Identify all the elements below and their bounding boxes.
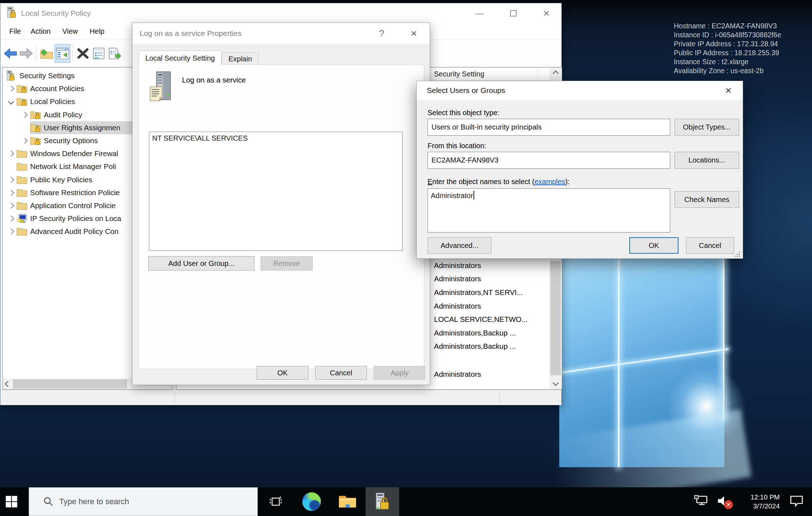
close-button[interactable]: ×	[717, 81, 740, 100]
maximize-button[interactable]	[501, 3, 526, 23]
delete-button[interactable]	[75, 44, 91, 63]
close-button[interactable]: ×	[534, 3, 559, 23]
check-names-button[interactable]: Check Names	[675, 191, 739, 208]
examples-link[interactable]: examples	[535, 178, 565, 186]
list-item[interactable]: Administrators	[428, 367, 547, 381]
members-listbox[interactable]: NT SERVICE\ALL SERVICES	[149, 132, 403, 251]
list-item[interactable]: Administrators	[428, 272, 547, 286]
back-button[interactable]	[3, 44, 18, 63]
ok-button[interactable]: OK	[629, 237, 678, 254]
label-suffix: ):	[565, 178, 570, 186]
status-divider	[174, 392, 175, 403]
list-item[interactable]: Administrators	[428, 299, 547, 313]
folder-lock-icon	[17, 84, 29, 93]
task-view-button[interactable]	[264, 487, 287, 516]
list-item[interactable]: Administrators	[428, 259, 547, 272]
volume-tray-button[interactable]: ✕	[717, 496, 729, 508]
chevron-right-icon[interactable]	[8, 177, 14, 183]
clock-time: 12:10 PM	[740, 493, 780, 502]
chevron-right-icon[interactable]	[8, 189, 14, 196]
chevron-down-icon[interactable]	[8, 99, 14, 105]
folder-icon	[17, 188, 29, 197]
chevron-right-icon[interactable]	[22, 112, 28, 118]
file-explorer-button[interactable]	[336, 487, 359, 516]
locations-button[interactable]: Locations...	[675, 152, 739, 169]
taskbar-search-box[interactable]: Type here to search	[29, 487, 258, 516]
close-button[interactable]: ×	[402, 23, 425, 44]
location-label: From this location:	[428, 142, 486, 150]
ec2-instance-size: Instance Size : t2.xlarge	[674, 57, 781, 66]
tree-item-label: User Rights Assignmen	[44, 123, 120, 132]
location-field[interactable]: EC2AMAZ-FAN98V3	[428, 152, 670, 169]
object-types-button[interactable]: Object Types...	[675, 119, 739, 136]
chevron-right-icon[interactable]	[8, 202, 14, 208]
local-security-policy-taskbar-button[interactable]	[365, 487, 399, 516]
tab-explain[interactable]: Explain	[221, 52, 259, 65]
list-item[interactable]: LOCAL SERVICE,NETWO...	[428, 313, 547, 326]
dialog-title: Select Users or Groups	[427, 86, 505, 95]
chevron-right-icon[interactable]	[8, 229, 14, 235]
chevron-right-icon[interactable]	[22, 138, 28, 144]
member-item[interactable]: NT SERVICE\ALL SERVICES	[152, 134, 400, 142]
tree-item-label: Software Restriction Policie	[30, 188, 120, 197]
advanced-button[interactable]: Advanced...	[428, 237, 491, 254]
forward-icon	[19, 48, 33, 59]
menu-view[interactable]: View	[62, 27, 78, 36]
maximize-icon	[510, 10, 517, 17]
properties-button[interactable]	[91, 44, 107, 63]
action-center-button[interactable]	[790, 495, 803, 508]
menu-action[interactable]: Action	[31, 27, 51, 36]
chevron-right-icon[interactable]	[8, 216, 14, 222]
start-button[interactable]	[0, 487, 23, 516]
menu-file[interactable]: File	[9, 27, 21, 36]
scroll-down-button[interactable]	[550, 377, 561, 389]
column-divider[interactable]	[537, 69, 538, 79]
search-icon	[43, 497, 53, 507]
help-icon: ?	[379, 28, 384, 39]
action-center-icon	[790, 495, 803, 507]
task-view-icon	[270, 496, 282, 508]
object-names-input[interactable]: Administrator	[428, 188, 670, 233]
scrollbar-thumb[interactable]	[550, 261, 561, 375]
tree-item-label: Windows Defender Firewal	[30, 149, 118, 158]
status-bar	[0, 390, 561, 405]
list-item[interactable]: Administrators,Backup ...	[428, 340, 547, 353]
export-folder-button[interactable]	[39, 44, 55, 63]
ok-button[interactable]: OK	[257, 366, 308, 380]
console-tree-toggle-button[interactable]	[55, 44, 70, 63]
folder-lock-icon	[30, 110, 42, 119]
cancel-button[interactable]: Cancel	[315, 366, 367, 380]
mute-badge-icon: ✕	[724, 500, 733, 509]
close-icon: ×	[411, 27, 417, 39]
scroll-left-button[interactable]	[3, 379, 13, 389]
list-item[interactable]: Administrators,Backup ...	[428, 326, 547, 340]
edge-browser-button[interactable]	[300, 487, 323, 516]
add-user-or-group-button[interactable]: Add User or Group...	[148, 256, 255, 271]
scroll-up-button[interactable]	[550, 67, 561, 80]
network-tray-button[interactable]	[694, 495, 708, 508]
column-header-security-setting[interactable]: Security Setting	[434, 70, 484, 78]
chevron-right-icon[interactable]	[8, 86, 14, 92]
minimize-button[interactable]: —	[467, 3, 492, 23]
ec2-hostname: Hostname : EC2AMAZ-FAN98V3	[674, 22, 781, 31]
minimize-icon: —	[475, 8, 484, 18]
folder-lock-icon	[30, 136, 42, 145]
ec2-private-ip: Private IP Address : 172.31.28.94	[674, 39, 781, 48]
list-item[interactable]: Administrators,NT SERVI...	[428, 286, 547, 299]
chevron-right-icon[interactable]	[8, 151, 14, 157]
remove-button: Remove	[261, 256, 313, 271]
taskbar-clock[interactable]: 12:10 PM 3/7/2024	[740, 493, 780, 511]
object-type-field[interactable]: Users or Built-in security principals	[428, 119, 670, 136]
toolbar-separator	[73, 46, 73, 61]
resize-grip[interactable]	[735, 251, 741, 257]
ipsec-icon	[17, 214, 29, 224]
folder-lock-icon	[30, 123, 42, 132]
menu-help[interactable]: Help	[90, 27, 104, 36]
tab-local-security-setting[interactable]: Local Security Setting	[139, 51, 221, 65]
tree-item-label: Local Policies	[30, 97, 75, 106]
cancel-button[interactable]: Cancel	[686, 237, 734, 254]
help-button[interactable]: ?	[370, 23, 393, 44]
forward-button[interactable]	[18, 44, 34, 63]
scrollbar-thumb[interactable]	[13, 379, 127, 389]
export-list-button[interactable]	[107, 44, 122, 63]
